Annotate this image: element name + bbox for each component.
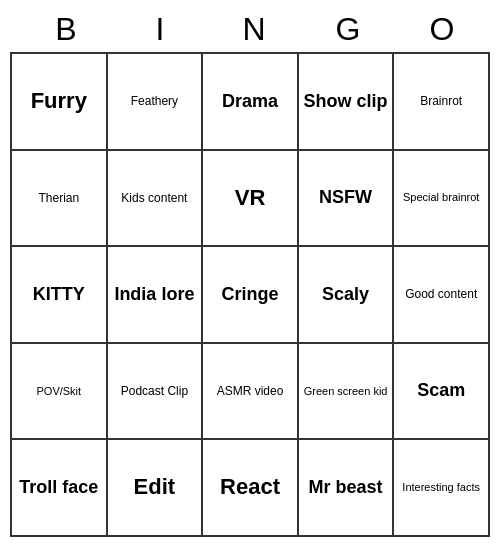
bingo-cell: Kids content [108, 151, 204, 248]
header-n: N [208, 7, 302, 52]
bingo-cell: Cringe [203, 247, 299, 344]
bingo-cell: Troll face [12, 440, 108, 537]
bingo-cell: Scam [394, 344, 490, 441]
bingo-cell: Good content [394, 247, 490, 344]
bingo-cell: Interesting facts [394, 440, 490, 537]
bingo-cell: Furry [12, 54, 108, 151]
bingo-cell: Scaly [299, 247, 395, 344]
header-b: B [20, 7, 114, 52]
bingo-cell: Edit [108, 440, 204, 537]
bingo-cell: Special brainrot [394, 151, 490, 248]
bingo-cell: Drama [203, 54, 299, 151]
header-o: O [396, 7, 490, 52]
bingo-cell: Brainrot [394, 54, 490, 151]
bingo-grid: FurryFeatheryDramaShow clipBrainrotTheri… [10, 52, 490, 537]
header-g: G [302, 7, 396, 52]
bingo-header: B I N G O [10, 7, 490, 52]
bingo-cell: POV/Skit [12, 344, 108, 441]
bingo-cell: Podcast Clip [108, 344, 204, 441]
bingo-cell: VR [203, 151, 299, 248]
bingo-cell: India lore [108, 247, 204, 344]
bingo-cell: KITTY [12, 247, 108, 344]
bingo-cell: NSFW [299, 151, 395, 248]
bingo-cell: React [203, 440, 299, 537]
bingo-cell: Mr beast [299, 440, 395, 537]
header-i: I [114, 7, 208, 52]
bingo-cell: ASMR video [203, 344, 299, 441]
bingo-cell: Feathery [108, 54, 204, 151]
bingo-cell: Therian [12, 151, 108, 248]
bingo-cell: Show clip [299, 54, 395, 151]
bingo-cell: Green screen kid [299, 344, 395, 441]
bingo-card: B I N G O FurryFeatheryDramaShow clipBra… [10, 7, 490, 537]
